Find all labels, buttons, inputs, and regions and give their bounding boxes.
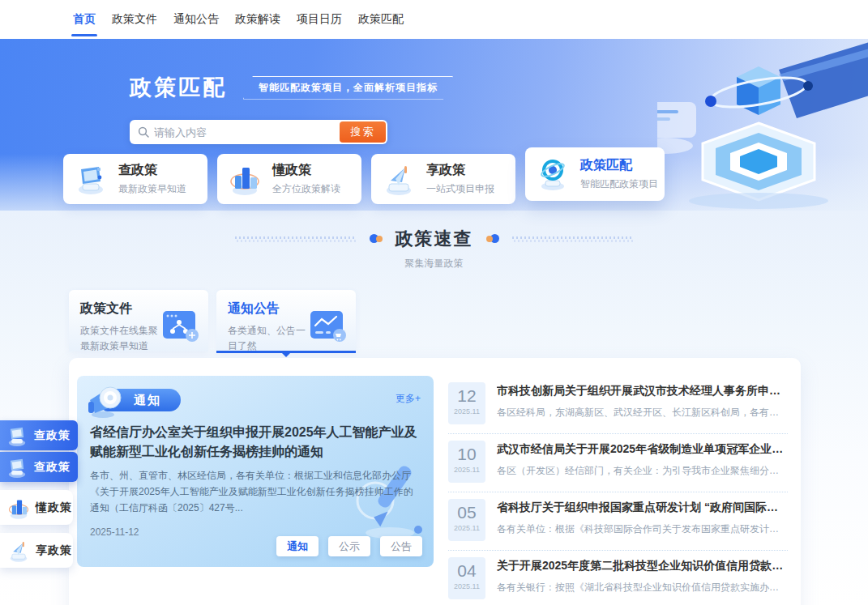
list-item[interactable]: 12 2025.11 市科技创新局关于组织开展武汉市技术经理人事务所申报备案的通… <box>448 376 788 434</box>
section-heading: 政策速查 <box>0 227 868 251</box>
list-item-desc: 各区经科局，东湖高新区、武汉经开区、长江新区科创局，各有关单位：根据《... <box>497 406 788 420</box>
nav-item-home[interactable]: 首页 <box>71 7 97 32</box>
computer-3d-icon <box>73 161 109 197</box>
tab-desc: 政策文件在线集聚最新政策早知道 <box>80 323 165 353</box>
tab-notices[interactable]: 通知公告 各类通知、公告一目了然 <box>216 290 356 351</box>
feature-card-subtitle: 全方位政策解读 <box>272 182 340 196</box>
list-item-title: 关于开展2025年度第二批科技型企业知识价值信用贷款贴息申报工作... <box>497 559 788 573</box>
list-item[interactable]: 05 2025.11 省科技厅关于组织申报国家重点研发计划 “政府间国际科技创新… <box>448 492 788 551</box>
feature-card-subtitle: 一站式项目申报 <box>426 182 494 196</box>
quick-button-find-policy-2[interactable]: 查政策 <box>0 452 78 482</box>
quick-button-label: 查政策 <box>34 428 71 443</box>
feature-card-title: 政策匹配 <box>580 157 658 174</box>
feature-card-policy-match[interactable]: 政策匹配 智能匹配政策项目 <box>525 147 665 201</box>
flowchart-app-icon <box>161 309 200 343</box>
list-item-title: 武汉市经信局关于开展2025年省级制造业单项冠军企业培育 遴选和复... <box>497 442 788 457</box>
chart-3d-icon <box>6 496 31 520</box>
lower-section: 政策速查 聚集海量政策 政策文件 政策文件在线集聚最新政策早知道 通知公告 各类… <box>0 211 868 605</box>
section-subtitle: 聚集海量政策 <box>0 257 868 271</box>
date-month: 2025.11 <box>448 524 485 532</box>
feature-card-title: 查政策 <box>118 162 186 179</box>
section-title: 政策速查 <box>396 227 473 251</box>
search-input[interactable] <box>154 126 340 138</box>
list-item[interactable]: 04 2025.11 关于开展2025年度第二批科技型企业知识价值信用贷款贴息申… <box>448 551 788 605</box>
decor-dot-right-icon <box>486 234 499 244</box>
date-day: 12 <box>448 386 485 406</box>
tag-button-publicity[interactable]: 公示 <box>328 536 370 556</box>
nav-item-notices[interactable]: 通知公告 <box>172 7 220 32</box>
date-day: 04 <box>448 560 485 581</box>
plane-3d-icon <box>381 161 417 197</box>
list-item[interactable]: 10 2025.11 武汉市经信局关于开展2025年省级制造业单项冠军企业培育 … <box>448 434 788 492</box>
linechart-app-icon <box>309 309 348 343</box>
quick-button-label: 查政策 <box>34 460 71 475</box>
left-quick-access: 查政策 查政策 懂政策 享政策 <box>0 420 81 568</box>
date-month: 2025.11 <box>448 407 485 415</box>
hero-search-bar: 搜索 <box>130 120 387 144</box>
feature-card-find-policy[interactable]: 查政策 最新政策早知道 <box>63 154 207 204</box>
list-item-desc: 各有关银行：按照《湖北省科技型企业知识价值信用贷款实施办法（试行）》（... <box>497 581 788 594</box>
nav-item-project-calendar[interactable]: 项目日历 <box>295 7 344 32</box>
search-button[interactable]: 搜索 <box>340 121 386 143</box>
feature-card-subtitle: 最新政策早知道 <box>118 182 186 196</box>
orbit-3d-icon <box>535 156 571 192</box>
megaphone-icon <box>83 381 126 420</box>
notice-list: 12 2025.11 市科技创新局关于组织开展武汉市技术经理人事务所申报备案的通… <box>448 376 788 605</box>
quick-button-label: 享政策 <box>36 543 72 558</box>
featured-notice-title[interactable]: 省经信厅办公室关于组织申报开展2025年人工智能产业及赋能新型工业化创新任务揭榜… <box>90 423 421 462</box>
quick-button-find-policy-1[interactable]: 查政策 <box>0 420 78 450</box>
quick-button-understand-policy[interactable]: 懂政策 <box>0 490 73 525</box>
date-day: 05 <box>448 502 485 522</box>
list-item-desc: 各有关单位：根据《科技部国际合作司关于发布国家重点研发计划“政府间国科技... <box>497 522 788 536</box>
search-icon <box>138 126 149 138</box>
nav-item-policy-files[interactable]: 政策文件 <box>110 7 159 32</box>
feature-card-subtitle: 智能匹配政策项目 <box>580 177 658 191</box>
tag-button-notice[interactable]: 通知 <box>276 536 319 556</box>
decor-dotted-line-right <box>512 236 634 242</box>
feature-card-enjoy-policy[interactable]: 享政策 一站式项目申报 <box>371 154 515 204</box>
featured-notice-body: 各市、州、直管市、林区经信局，各有关单位：根据工业和信息化部办公厅《关于开展20… <box>90 468 421 516</box>
tabs-row: 政策文件 政策文件在线集聚最新政策早知道 通知公告 各类通知、公告一目了然 <box>69 290 868 351</box>
policy-portal-page: 首页 政策文件 通知公告 政策解读 项目日历 政策匹配 <box>0 0 868 605</box>
nav-item-policy-match[interactable]: 政策匹配 <box>357 7 405 32</box>
feature-card-understand-policy[interactable]: 懂政策 全方位政策解读 <box>217 154 361 204</box>
notice-tag-buttons: 通知 公示 公告 <box>276 536 422 556</box>
chart-3d-icon <box>227 161 263 197</box>
more-link[interactable]: 更多+ <box>396 392 421 406</box>
tab-desc: 各类通知、公告一目了然 <box>228 323 312 353</box>
date-month: 2025.11 <box>448 466 485 474</box>
hero-title: 政策匹配 <box>130 73 227 102</box>
computer-3d-icon <box>5 424 29 448</box>
active-tab-pointer <box>282 353 290 357</box>
hero-slogan-badge: 智能匹配政策项目，全面解析项目指标 <box>243 76 453 100</box>
date-badge: 05 2025.11 <box>448 499 485 541</box>
plane-3d-icon <box>6 539 31 563</box>
featured-notice-card[interactable]: 通知 更多+ 省经信厅办公室关于组织申报开展2025年人工智能产业及赋能新型工业… <box>77 376 434 567</box>
computer-3d-icon <box>5 455 29 479</box>
notice-banner: 通知 <box>90 387 181 411</box>
list-item-desc: 各区（开发区）经信部门，有关企业：为引导我市企业聚焦细分领域和产业链关... <box>497 464 788 478</box>
list-item-title: 省科技厅关于组织申报国家重点研发计划 “政府间国际科技创新合作”... <box>497 501 788 515</box>
decor-dot-left-icon <box>370 234 383 244</box>
quick-button-label: 懂政策 <box>36 501 72 515</box>
date-day: 10 <box>448 444 485 464</box>
date-badge: 10 2025.11 <box>448 441 485 483</box>
feature-card-title: 享政策 <box>426 162 494 179</box>
list-item-title: 市科技创新局关于组织开展武汉市技术经理人事务所申报备案的通知 <box>497 384 788 398</box>
nav-item-policy-interpretation[interactable]: 政策解读 <box>233 7 282 32</box>
decor-dotted-line-left <box>235 236 357 242</box>
date-badge: 12 2025.11 <box>448 382 485 424</box>
feature-card-title: 懂政策 <box>272 162 340 179</box>
feature-card-row: 查政策 最新政策早知道 懂政策 全方位政策解读 享政策 一站式项目申报 政策匹配… <box>63 154 665 207</box>
date-badge: 04 2025.11 <box>448 557 485 599</box>
date-month: 2025.11 <box>448 582 485 590</box>
notice-panel: 通知 更多+ 省经信厅办公室关于组织申报开展2025年人工智能产业及赋能新型工业… <box>69 358 801 605</box>
tab-policy-files[interactable]: 政策文件 政策文件在线集聚最新政策早知道 <box>69 290 208 351</box>
quick-button-enjoy-policy[interactable]: 享政策 <box>0 533 73 568</box>
top-nav: 首页 政策文件 通知公告 政策解读 项目日历 政策匹配 <box>0 0 868 39</box>
tag-button-announcement[interactable]: 公告 <box>380 536 422 556</box>
